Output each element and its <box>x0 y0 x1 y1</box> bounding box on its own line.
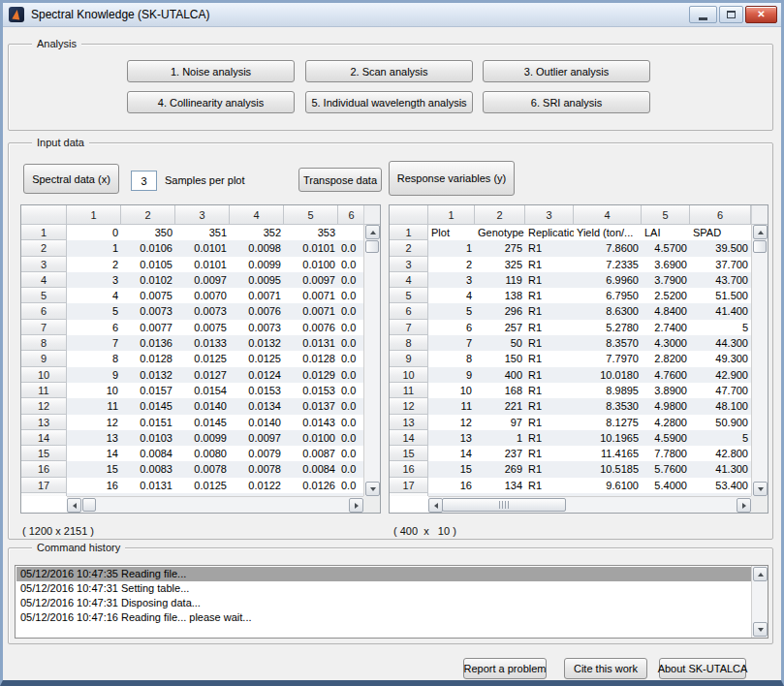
row-header[interactable]: 12 <box>21 398 67 414</box>
row-header[interactable]: 7 <box>21 320 67 335</box>
cell[interactable]: 5.4000 <box>642 478 690 493</box>
scrollbar-thumb[interactable] <box>365 240 379 253</box>
cell[interactable]: 1 <box>475 430 525 446</box>
cell[interactable]: 0.0151 <box>121 415 175 430</box>
cell[interactable]: 49.300 <box>690 351 751 366</box>
cell[interactable]: Yield (ton/... <box>574 225 642 240</box>
cell[interactable]: 4 <box>428 288 475 303</box>
cell[interactable]: 0.0143 <box>284 415 338 430</box>
history-item[interactable]: 05/12/2016 10:47:31 Disposing data... <box>16 596 751 610</box>
cell[interactable]: 0.0132 <box>121 367 175 383</box>
cell[interactable]: 0.0078 <box>230 461 284 477</box>
row-header[interactable]: 11 <box>390 383 428 398</box>
cell[interactable]: 0.0106 <box>121 240 175 256</box>
row-header[interactable]: 4 <box>21 272 67 288</box>
row-header[interactable]: 13 <box>21 415 67 430</box>
cell[interactable]: 138 <box>475 288 525 303</box>
cell[interactable]: 221 <box>475 398 525 414</box>
cell[interactable]: 0.0128 <box>284 351 338 366</box>
cell[interactable]: 0.0122 <box>230 478 284 493</box>
cell[interactable]: 0.0 <box>338 288 363 303</box>
row-header[interactable]: 8 <box>390 335 428 351</box>
cell[interactable]: 0.0131 <box>121 478 175 493</box>
cell[interactable]: R1 <box>525 430 574 446</box>
cell[interactable]: 4 <box>67 288 121 303</box>
row-header[interactable]: 16 <box>21 461 67 477</box>
cell[interactable]: R1 <box>525 351 574 366</box>
cell[interactable]: 352 <box>230 225 284 240</box>
cell[interactable]: 5 <box>67 303 121 319</box>
row-header[interactable]: 1 <box>21 225 67 240</box>
row-header[interactable]: 18 <box>21 493 67 496</box>
cell[interactable]: 0.0132 <box>230 335 284 351</box>
scrollbar-thumb[interactable] <box>82 498 96 512</box>
scroll-right-button[interactable] <box>737 498 751 513</box>
cell[interactable]: 43.700 <box>690 272 751 288</box>
cell[interactable]: 0.0 <box>338 367 363 383</box>
scroll-left-button[interactable] <box>428 498 443 513</box>
cell[interactable]: R1 <box>525 288 574 303</box>
row-header[interactable]: 12 <box>390 398 428 414</box>
cell[interactable]: 0.0145 <box>175 415 230 430</box>
cell[interactable]: 0.0073 <box>121 303 175 319</box>
row-header[interactable]: 15 <box>21 446 67 461</box>
cell[interactable]: 0.0153 <box>284 383 338 398</box>
row-header[interactable]: 6 <box>390 303 428 319</box>
cell[interactable]: 0.0097 <box>175 272 230 288</box>
spectral-data-button[interactable]: Spectral data (x) <box>23 164 119 194</box>
cell[interactable]: 0.0 <box>338 272 363 288</box>
scan-analysis-button[interactable]: 2. Scan analysis <box>305 60 473 82</box>
cell[interactable]: R1 <box>525 398 574 414</box>
cell[interactable]: R1 <box>525 383 574 398</box>
scroll-left-button[interactable] <box>67 498 81 513</box>
cell[interactable]: 11 <box>67 398 121 414</box>
cell[interactable]: 0.0071 <box>230 288 284 303</box>
cell[interactable]: R1 <box>525 461 574 477</box>
cell[interactable]: 10.1965 <box>574 430 642 446</box>
cell[interactable]: 50.900 <box>690 415 751 430</box>
sri-analysis-button[interactable]: 6. SRI analysis <box>483 91 650 113</box>
cell[interactable]: R1 <box>525 415 574 430</box>
cell[interactable]: 4.9800 <box>642 398 690 414</box>
cell[interactable]: 269 <box>475 461 525 477</box>
history-item[interactable]: 05/12/2016 10:47:35 Reading file... <box>16 567 751 581</box>
cell[interactable]: 16 <box>428 478 475 493</box>
cell[interactable]: 4.3000 <box>642 335 690 351</box>
cell[interactable]: 0.0 <box>338 351 363 366</box>
cell[interactable]: 13 <box>67 430 121 446</box>
noise-analysis-button[interactable]: 1. Noise analysis <box>127 60 295 82</box>
cell[interactable]: 10 <box>67 383 121 398</box>
row-header[interactable]: 3 <box>390 257 428 272</box>
cell[interactable]: 14 <box>428 446 475 461</box>
cell[interactable]: 0.0136 <box>121 335 175 351</box>
cell[interactable]: 50 <box>475 335 525 351</box>
cell[interactable]: 0.0 <box>338 478 363 493</box>
cell[interactable]: 0.0 <box>338 446 363 461</box>
cell[interactable]: 8.3530 <box>574 398 642 414</box>
cell[interactable]: 8.3570 <box>574 335 642 351</box>
cell[interactable]: 237 <box>475 446 525 461</box>
cell[interactable]: 8 <box>67 351 121 366</box>
cell[interactable]: 0.0101 <box>284 240 338 256</box>
cell[interactable]: 10.5185 <box>574 461 642 477</box>
cell[interactable]: 0.0154 <box>175 383 230 398</box>
cell[interactable]: 5.2780 <box>574 320 642 335</box>
cell[interactable]: 0.0076 <box>284 320 338 335</box>
cell[interactable]: 15 <box>428 461 475 477</box>
scroll-down-button[interactable] <box>753 482 768 496</box>
cell[interactable]: 42.900 <box>690 367 751 383</box>
cell[interactable]: 0.0097 <box>284 272 338 288</box>
cell[interactable]: 12 <box>428 415 475 430</box>
cell[interactable]: 15 <box>67 461 121 477</box>
cell[interactable]: 5 <box>428 303 475 319</box>
cell[interactable]: 0.0 <box>338 240 363 256</box>
cell[interactable]: Genotype <box>475 225 525 240</box>
cell[interactable]: 0.0073 <box>230 320 284 335</box>
cell[interactable]: 0.0 <box>338 320 363 335</box>
history-item[interactable]: 05/12/2016 10:47:16 Reading file... plea… <box>16 610 751 625</box>
cell[interactable]: 0.0129 <box>284 367 338 383</box>
cell[interactable]: 0.0084 <box>121 446 175 461</box>
cell[interactable]: 11 <box>428 398 475 414</box>
cell[interactable]: R1 <box>525 257 574 272</box>
cell[interactable]: 14 <box>67 446 121 461</box>
